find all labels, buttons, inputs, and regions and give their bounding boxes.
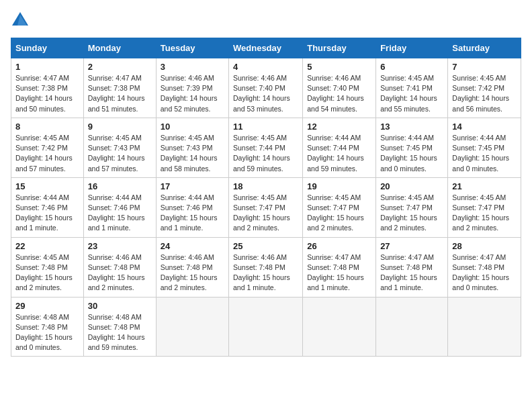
daylight-label: Daylight: 15 hours and 2 minutes. [307,214,364,232]
day-number: 27 [380,241,443,251]
sunset-label: Sunset: 7:46 PM [161,203,213,212]
day-number: 23 [88,241,152,251]
calendar-day-cell: 12 Sunrise: 4:44 AM Sunset: 7:44 PM Dayl… [303,118,376,177]
calendar-day-cell: 9 Sunrise: 4:45 AM Sunset: 7:43 PM Dayli… [83,118,156,177]
sunrise-label: Sunrise: 4:45 AM [380,193,434,201]
sunrise-label: Sunrise: 4:47 AM [307,253,361,261]
calendar-day-cell: 23 Sunrise: 4:46 AM Sunset: 7:48 PM Dayl… [83,237,156,297]
day-info: Sunrise: 4:44 AM Sunset: 7:46 PM Dayligh… [161,193,224,234]
day-info: Sunrise: 4:47 AM Sunset: 7:48 PM Dayligh… [452,253,517,293]
daylight-label: Daylight: 15 hours and 1 minute. [161,214,218,232]
day-number: 16 [88,181,152,191]
day-info: Sunrise: 4:47 AM Sunset: 7:38 PM Dayligh… [88,73,152,114]
calendar-day-cell: 4 Sunrise: 4:46 AM Sunset: 7:40 PM Dayli… [229,58,303,118]
daylight-label: Daylight: 14 hours and 50 minutes. [15,94,73,112]
daylight-label: Daylight: 14 hours and 53 minutes. [233,94,290,112]
day-number: 12 [307,122,371,132]
sunrise-label: Sunrise: 4:44 AM [15,193,69,201]
daylight-label: Daylight: 14 hours and 55 minutes. [380,94,437,112]
day-info: Sunrise: 4:45 AM Sunset: 7:41 PM Dayligh… [380,73,443,114]
daylight-label: Daylight: 14 hours and 56 minutes. [452,94,509,112]
day-info: Sunrise: 4:44 AM Sunset: 7:44 PM Dayligh… [307,133,371,174]
calendar-day-cell: 10 Sunrise: 4:45 AM Sunset: 7:43 PM Dayl… [156,118,228,177]
daylight-label: Daylight: 15 hours and 1 minute. [15,214,73,232]
sunset-label: Sunset: 7:38 PM [15,84,68,92]
sunset-label: Sunset: 7:40 PM [307,84,359,92]
sunset-label: Sunset: 7:46 PM [15,203,68,212]
calendar-day-cell: 24 Sunrise: 4:46 AM Sunset: 7:48 PM Dayl… [156,237,228,297]
day-info: Sunrise: 4:47 AM Sunset: 7:38 PM Dayligh… [15,73,79,114]
day-number: 7 [452,62,517,72]
calendar-week-row: 22 Sunrise: 4:45 AM Sunset: 7:48 PM Dayl… [11,237,521,297]
sunrise-label: Sunrise: 4:46 AM [307,74,361,82]
daylight-label: Daylight: 15 hours and 0 minutes. [452,273,509,291]
day-number: 2 [88,62,152,72]
sunrise-label: Sunrise: 4:45 AM [233,134,287,142]
sunrise-label: Sunrise: 4:45 AM [452,74,506,82]
day-info: Sunrise: 4:45 AM Sunset: 7:47 PM Dayligh… [380,193,443,234]
daylight-label: Daylight: 14 hours and 57 minutes. [15,154,73,172]
sunset-label: Sunset: 7:48 PM [15,263,68,271]
daylight-label: Daylight: 14 hours and 54 minutes. [307,94,364,112]
day-number: 18 [233,181,298,191]
sunrise-label: Sunrise: 4:44 AM [161,193,214,201]
day-info: Sunrise: 4:44 AM Sunset: 7:45 PM Dayligh… [380,133,443,174]
calendar-day-cell: 18 Sunrise: 4:45 AM Sunset: 7:47 PM Dayl… [229,177,303,237]
daylight-label: Daylight: 15 hours and 2 minutes. [233,214,290,232]
day-info: Sunrise: 4:48 AM Sunset: 7:48 PM Dayligh… [15,312,79,353]
sunrise-label: Sunrise: 4:46 AM [161,253,214,261]
calendar-day-cell: 16 Sunrise: 4:44 AM Sunset: 7:46 PM Dayl… [83,177,156,237]
sunset-label: Sunset: 7:45 PM [380,144,433,152]
calendar-day-cell: 29 Sunrise: 4:48 AM Sunset: 7:48 PM Dayl… [11,297,84,357]
daylight-label: Daylight: 15 hours and 2 minutes. [452,214,509,232]
calendar-day-cell: 2 Sunrise: 4:47 AM Sunset: 7:38 PM Dayli… [83,58,156,118]
daylight-label: Daylight: 14 hours and 59 minutes. [88,333,145,351]
daylight-label: Daylight: 15 hours and 2 minutes. [88,273,145,291]
calendar-day-cell: 6 Sunrise: 4:45 AM Sunset: 7:41 PM Dayli… [376,58,448,118]
day-number: 8 [15,122,79,132]
sunset-label: Sunset: 7:47 PM [233,203,285,212]
day-info: Sunrise: 4:44 AM Sunset: 7:46 PM Dayligh… [88,193,152,234]
calendar-week-row: 29 Sunrise: 4:48 AM Sunset: 7:48 PM Dayl… [11,297,521,357]
day-number: 4 [233,62,298,72]
sunset-label: Sunset: 7:47 PM [380,203,433,212]
day-info: Sunrise: 4:48 AM Sunset: 7:48 PM Dayligh… [88,312,152,353]
day-info: Sunrise: 4:45 AM Sunset: 7:44 PM Dayligh… [233,133,298,174]
calendar-day-cell [229,297,303,357]
calendar-day-cell: 7 Sunrise: 4:45 AM Sunset: 7:42 PM Dayli… [448,58,521,118]
daylight-label: Daylight: 15 hours and 1 minute. [88,214,145,232]
sunrise-label: Sunrise: 4:45 AM [233,193,287,201]
day-info: Sunrise: 4:44 AM Sunset: 7:46 PM Dayligh… [15,193,79,234]
day-number: 22 [15,241,79,251]
day-info: Sunrise: 4:47 AM Sunset: 7:48 PM Dayligh… [307,253,371,293]
daylight-label: Daylight: 15 hours and 1 minute. [307,273,364,291]
day-number: 1 [15,62,79,72]
sunrise-label: Sunrise: 4:46 AM [233,74,287,82]
calendar-day-cell: 3 Sunrise: 4:46 AM Sunset: 7:39 PM Dayli… [156,58,228,118]
sunrise-label: Sunrise: 4:44 AM [380,134,434,142]
day-number: 19 [307,181,371,191]
calendar-day-cell [376,297,448,357]
sunrise-label: Sunrise: 4:45 AM [88,134,142,142]
sunrise-label: Sunrise: 4:45 AM [15,253,69,261]
calendar-day-cell: 19 Sunrise: 4:45 AM Sunset: 7:47 PM Dayl… [303,177,376,237]
day-number: 13 [380,122,443,132]
day-number: 17 [161,181,224,191]
sunset-label: Sunset: 7:48 PM [161,263,213,271]
sunrise-label: Sunrise: 4:45 AM [380,74,434,82]
calendar-day-cell: 22 Sunrise: 4:45 AM Sunset: 7:48 PM Dayl… [11,237,84,297]
sunset-label: Sunset: 7:44 PM [233,144,285,152]
calendar-week-row: 1 Sunrise: 4:47 AM Sunset: 7:38 PM Dayli… [11,58,521,118]
weekday-header: Sunday [11,38,84,58]
sunset-label: Sunset: 7:47 PM [307,203,359,212]
day-info: Sunrise: 4:45 AM Sunset: 7:48 PM Dayligh… [15,253,79,293]
sunrise-label: Sunrise: 4:47 AM [88,74,142,82]
sunrise-label: Sunrise: 4:46 AM [161,74,214,82]
calendar-day-cell: 28 Sunrise: 4:47 AM Sunset: 7:48 PM Dayl… [448,237,521,297]
sunset-label: Sunset: 7:39 PM [161,84,213,92]
day-info: Sunrise: 4:45 AM Sunset: 7:47 PM Dayligh… [233,193,298,234]
logo-icon [11,11,30,30]
sunrise-label: Sunrise: 4:45 AM [15,134,69,142]
daylight-label: Daylight: 14 hours and 59 minutes. [233,154,290,172]
sunrise-label: Sunrise: 4:44 AM [307,134,361,142]
